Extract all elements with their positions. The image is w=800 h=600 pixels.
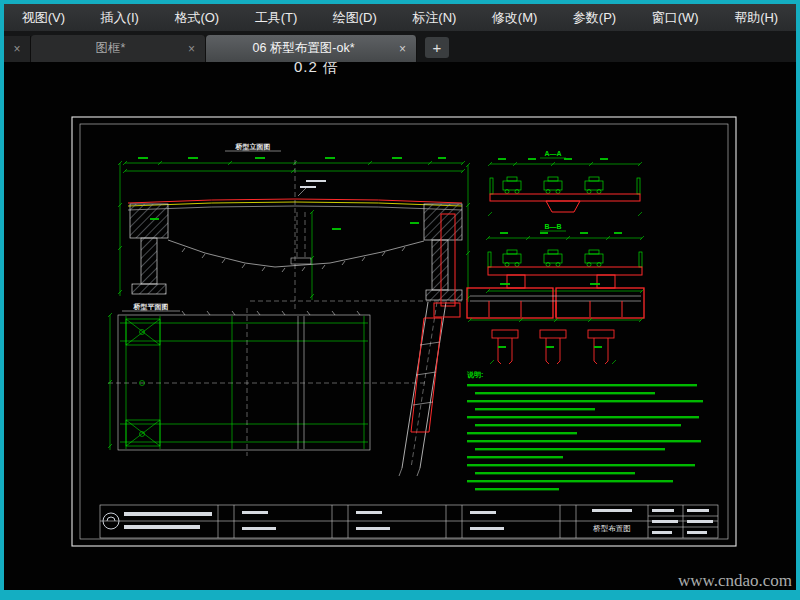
section-b-label: B—B xyxy=(544,223,561,230)
tab-label: 06 桥型布置图-ok* xyxy=(220,40,387,57)
menu-parameters[interactable]: 参数(P) xyxy=(565,6,624,30)
menu-view[interactable]: 视图(V) xyxy=(14,6,73,30)
menu-help[interactable]: 帮助(H) xyxy=(726,6,786,30)
leading-close-icon[interactable]: × xyxy=(4,36,31,62)
tab-close-icon[interactable]: × xyxy=(399,42,406,56)
menu-tools[interactable]: 工具(T) xyxy=(247,6,306,30)
tab-label: 图框* xyxy=(45,40,176,57)
section-bb: B—B xyxy=(486,223,644,293)
new-tab-button[interactable]: + xyxy=(425,37,449,58)
app-window: 视图(V) 插入(I) 格式(O) 工具(T) 绘图(D) 标注(N) 修改(M… xyxy=(0,0,800,600)
tab-bar: × 图框* × 06 桥型布置图-ok* × + xyxy=(4,31,796,62)
section-a-label: A—A xyxy=(544,150,561,157)
left-abutment xyxy=(130,204,168,294)
menu-modify[interactable]: 修改(M) xyxy=(484,6,546,30)
title-block-drawing-name: 桥型布置图 xyxy=(592,524,631,533)
plan-view: 桥型平面图 xyxy=(108,303,428,456)
notes-block: 说明: xyxy=(466,371,703,490)
menu-insert[interactable]: 插入(I) xyxy=(93,6,147,30)
menu-draw[interactable]: 绘图(D) xyxy=(325,6,385,30)
title-block: 桥型布置图 xyxy=(100,505,718,538)
tab-close-icon[interactable]: × xyxy=(188,42,195,56)
cad-drawing: 桥型立面图 xyxy=(4,62,796,590)
elevation-view: 桥型立面图 xyxy=(118,142,470,310)
plan-title: 桥型平面图 xyxy=(133,303,169,311)
pier-front-view xyxy=(467,283,644,322)
tab-bridge-layout[interactable]: 06 桥型布置图-ok* × xyxy=(206,35,417,62)
pile-details xyxy=(490,330,616,364)
elevation-title: 桥型立面图 xyxy=(235,142,271,151)
menu-format[interactable]: 格式(O) xyxy=(166,6,227,30)
road-alignment xyxy=(399,302,460,476)
watermark: www.cndao.com xyxy=(678,571,792,591)
menu-bar: 视图(V) 插入(I) 格式(O) 工具(T) 绘图(D) 标注(N) 修改(M… xyxy=(4,4,796,31)
right-abutment xyxy=(424,204,462,300)
menu-window[interactable]: 窗口(W) xyxy=(644,6,707,30)
notes-title: 说明: xyxy=(466,371,483,379)
drawing-canvas[interactable]: 0.2 倍 xyxy=(4,62,796,590)
tab-frame-drawing[interactable]: 图框* × xyxy=(31,35,206,62)
menu-dimension[interactable]: 标注(N) xyxy=(404,6,464,30)
section-aa: A—A xyxy=(488,150,642,216)
